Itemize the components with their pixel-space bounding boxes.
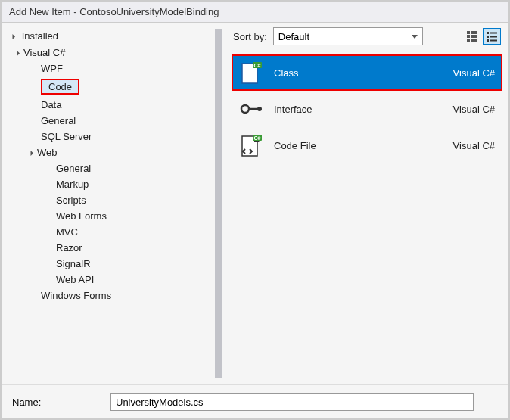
- view-small-icons-button[interactable]: [463, 28, 481, 45]
- svg-rect-9: [487, 32, 489, 34]
- grid-small-icon: [466, 30, 478, 42]
- svg-rect-0: [467, 31, 470, 34]
- template-name: Interface: [274, 104, 416, 115]
- sort-by-value: Default: [278, 31, 309, 42]
- sort-by-select[interactable]: Default: [273, 27, 423, 45]
- tree-item-wpf[interactable]: WPF: [2, 61, 225, 76]
- svg-rect-2: [474, 31, 477, 34]
- content-toolbar: Sort by: Default: [225, 23, 508, 50]
- view-list-button[interactable]: [483, 28, 501, 45]
- installed-header[interactable]: Installed: [2, 29, 225, 43]
- category-tree[interactable]: Installed Visual C# WPF Code Data Genera…: [2, 23, 225, 384]
- svg-text:C#: C#: [254, 63, 261, 68]
- svg-point-21: [257, 107, 262, 111]
- window-title: Add New Item - ContosoUniversityModelBin…: [2, 2, 508, 23]
- name-input[interactable]: [110, 393, 474, 411]
- tree-item-sql-server[interactable]: SQL Server: [2, 129, 225, 145]
- template-lang: Visual C#: [427, 67, 495, 79]
- svg-rect-5: [474, 35, 477, 38]
- tree-item-web-mvc[interactable]: MVC: [2, 224, 225, 240]
- code-file-icon: C#: [239, 133, 263, 157]
- chevron-down-icon: [10, 34, 15, 39]
- svg-rect-10: [490, 33, 497, 34]
- svg-rect-7: [471, 39, 474, 42]
- tree-item-web-general[interactable]: General: [2, 160, 225, 176]
- content-panel: Sort by: Default C# Class Visual C#: [225, 23, 508, 384]
- tree-item-web-api[interactable]: Web API: [2, 272, 225, 288]
- svg-rect-8: [474, 39, 477, 42]
- template-name: Class: [274, 67, 416, 79]
- template-list: C# Class Visual C# Interface Visual C# C…: [225, 50, 508, 168]
- list-icon: [486, 30, 498, 42]
- svg-text:C#: C#: [254, 135, 261, 141]
- svg-point-19: [241, 105, 249, 113]
- tree-item-code-label: Code: [41, 79, 79, 95]
- template-lang: Visual C#: [427, 140, 495, 151]
- template-lang: Visual C#: [427, 104, 495, 115]
- template-name: Code File: [274, 140, 416, 151]
- template-item-class[interactable]: C# Class Visual C#: [232, 54, 502, 91]
- svg-rect-13: [487, 39, 489, 42]
- svg-rect-14: [490, 40, 497, 42]
- svg-rect-1: [471, 31, 474, 34]
- template-item-interface[interactable]: Interface Visual C#: [232, 91, 502, 127]
- svg-rect-11: [487, 36, 489, 38]
- template-item-code-file[interactable]: C# Code File Visual C#: [232, 127, 502, 163]
- svg-rect-4: [471, 35, 474, 38]
- tree-item-general[interactable]: General: [2, 113, 225, 129]
- tree-item-web-markup[interactable]: Markup: [2, 176, 225, 192]
- tree-item-visual-csharp[interactable]: Visual C#: [2, 45, 225, 61]
- tree-item-web-forms[interactable]: Web Forms: [2, 208, 225, 224]
- tree-item-web-signalr[interactable]: SignalR: [2, 256, 225, 272]
- interface-icon: [239, 97, 263, 121]
- sort-by-label: Sort by:: [233, 31, 267, 42]
- installed-label: Installed: [22, 30, 58, 42]
- svg-rect-12: [490, 36, 497, 38]
- svg-rect-3: [467, 35, 470, 38]
- tree-item-data[interactable]: Data: [2, 97, 225, 113]
- tree-item-windows-forms[interactable]: Windows Forms: [2, 288, 225, 303]
- svg-rect-6: [467, 39, 470, 42]
- tree-item-web-razor[interactable]: Razor: [2, 240, 225, 256]
- class-file-icon: C#: [239, 61, 263, 85]
- name-label: Name:: [12, 397, 110, 408]
- tree-item-web[interactable]: Web: [2, 145, 225, 160]
- name-row: Name:: [2, 384, 508, 418]
- main-panel: Installed Visual C# WPF Code Data Genera…: [2, 23, 508, 384]
- tree-item-web-scripts[interactable]: Scripts: [2, 192, 225, 208]
- tree-item-code[interactable]: Code: [2, 76, 225, 97]
